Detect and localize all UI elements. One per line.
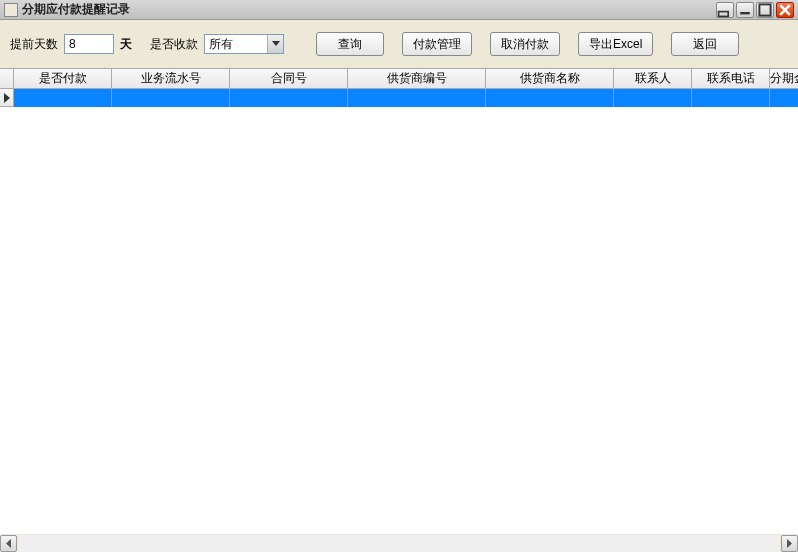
column-header[interactable]: 合同号 — [230, 69, 348, 88]
column-header[interactable]: 供货商编号 — [348, 69, 486, 88]
cancel-payment-button[interactable]: 取消付款 — [490, 32, 560, 56]
cell — [14, 89, 112, 107]
row-indicator-header — [0, 69, 14, 88]
advance-days-label: 提前天数 — [10, 36, 58, 53]
is-received-value: 所有 — [205, 35, 267, 53]
table-header-row: 是否付款业务流水号合同号供货商编号供货商名称联系人联系电话分期金额 — [0, 69, 798, 89]
cell — [486, 89, 614, 107]
scroll-left-button[interactable] — [0, 535, 17, 552]
current-row-indicator-icon — [0, 89, 14, 107]
cell — [348, 89, 486, 107]
column-header[interactable]: 是否付款 — [14, 69, 112, 88]
scroll-right-button[interactable] — [781, 535, 798, 552]
column-header[interactable]: 业务流水号 — [112, 69, 230, 88]
app-icon — [4, 3, 18, 17]
cell — [230, 89, 348, 107]
maximize-button[interactable] — [756, 2, 774, 18]
column-header[interactable]: 供货商名称 — [486, 69, 614, 88]
payment-management-button[interactable]: 付款管理 — [402, 32, 472, 56]
cell — [770, 89, 798, 107]
cell — [614, 89, 692, 107]
export-excel-button[interactable]: 导出Excel — [578, 32, 653, 56]
return-button[interactable]: 返回 — [671, 32, 739, 56]
window-controls — [716, 2, 794, 18]
titlebar: 分期应付款提醒记录 — [0, 0, 798, 20]
toolbar: 提前天数 天 是否收款 所有 查询 付款管理 取消付款 导出Excel 返回 — [0, 20, 798, 68]
data-grid: 是否付款业务流水号合同号供货商编号供货商名称联系人联系电话分期金额 — [0, 68, 798, 534]
days-unit-label: 天 — [120, 36, 132, 53]
restore-down-button[interactable] — [716, 2, 734, 18]
window-title: 分期应付款提醒记录 — [22, 1, 716, 18]
column-header[interactable]: 联系人 — [614, 69, 692, 88]
svg-rect-2 — [759, 4, 770, 15]
svg-rect-0 — [719, 11, 729, 16]
selected-row[interactable] — [0, 89, 798, 107]
cell — [112, 89, 230, 107]
minimize-button[interactable] — [736, 2, 754, 18]
column-header[interactable]: 分期金额 — [770, 69, 798, 88]
query-button[interactable]: 查询 — [316, 32, 384, 56]
cell — [692, 89, 770, 107]
close-button[interactable] — [776, 2, 794, 18]
scroll-track[interactable] — [18, 535, 780, 552]
advance-days-input[interactable] — [64, 34, 114, 54]
column-header[interactable]: 联系电话 — [692, 69, 770, 88]
horizontal-scrollbar[interactable] — [0, 534, 798, 552]
is-received-label: 是否收款 — [150, 36, 198, 53]
is-received-select[interactable]: 所有 — [204, 34, 284, 54]
chevron-down-icon — [267, 35, 283, 53]
